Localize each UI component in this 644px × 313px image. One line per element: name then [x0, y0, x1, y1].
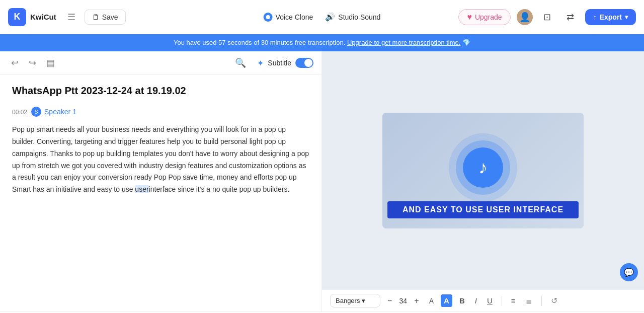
app-name: KwiCut: [30, 13, 56, 21]
font-select[interactable]: Bangers ▾: [330, 294, 380, 307]
upgrade-link[interactable]: Upgrade to get more transcription time.: [347, 39, 460, 46]
bold-button[interactable]: B: [456, 294, 468, 307]
studio-sound-button[interactable]: 🔊 Studio Sound: [325, 12, 380, 22]
export-chevron-icon: ▾: [625, 14, 628, 21]
studio-sound-icon: 🔊: [325, 12, 335, 22]
transcript-area: WhatsApp Ptt 2023-12-24 at 19.19.02 00:0…: [0, 75, 321, 311]
speaker-avatar-icon: S: [31, 107, 41, 117]
speaker-block: 00:02 S Speaker 1 Pop up smart needs all…: [12, 107, 309, 196]
save-button[interactable]: 🗒 Save: [85, 10, 126, 25]
export-icon: ↑: [593, 13, 597, 21]
layout-button[interactable]: ▤: [43, 55, 58, 70]
logo: K KwiCut: [8, 8, 56, 26]
underline-button[interactable]: U: [484, 294, 496, 307]
captions-button[interactable]: ⊡: [539, 9, 556, 26]
voice-clone-button[interactable]: Voice Clone: [264, 13, 313, 22]
toggle-thumb: [304, 59, 312, 67]
document-title: WhatsApp Ptt 2023-12-24 at 19.19.02: [12, 85, 309, 97]
left-toolbar: ↩ ↪ ▤ 🔍 ✦ Subtitle: [0, 51, 321, 75]
preview-canvas: ♪ AND EASY TO USE USER INTERFACE: [382, 113, 584, 228]
subtitle-toggle: Subtitle: [268, 58, 313, 68]
italic-button[interactable]: I: [472, 294, 480, 307]
music-icon: ♪: [463, 147, 503, 188]
magic-icon: ✦: [257, 58, 264, 68]
right-panel: ♪ AND EASY TO USE USER INTERFACE 💬 Bange…: [322, 51, 644, 311]
speaker-time: 00:02: [12, 109, 27, 116]
bold-color-button[interactable]: A: [441, 294, 452, 307]
info-banner: You have used 57 seconds of 30 minutes f…: [0, 34, 644, 51]
speaker-name: S Speaker 1: [31, 107, 76, 117]
font-size-button[interactable]: A: [426, 295, 437, 307]
chat-bubble-button[interactable]: 💬: [620, 263, 638, 281]
subtitle-toggle-switch[interactable]: [295, 58, 313, 68]
main-layout: ↩ ↪ ▤ 🔍 ✦ Subtitle WhatsApp Ptt 2023-12-…: [0, 51, 644, 311]
app-header: K KwiCut ☰ 🗒 Save Voice Clone 🔊 Studio S…: [0, 0, 644, 34]
header-right: ♥ Upgrade 👤 ⊡ ⇄ ↑ Export ▾: [458, 9, 636, 26]
reset-button[interactable]: ↺: [548, 294, 560, 307]
font-size-decrease[interactable]: −: [384, 295, 395, 306]
header-left: K KwiCut ☰ 🗒 Save: [8, 8, 126, 26]
align-list-button[interactable]: ≣: [523, 294, 535, 307]
left-panel: ↩ ↪ ▤ 🔍 ✦ Subtitle WhatsApp Ptt 2023-12-…: [0, 51, 322, 311]
search-button[interactable]: 🔍: [232, 55, 249, 70]
header-center: Voice Clone 🔊 Studio Sound: [264, 12, 381, 22]
user-avatar[interactable]: 👤: [517, 9, 533, 25]
heart-icon: ♥: [467, 13, 472, 22]
redo-button[interactable]: ↪: [26, 55, 39, 70]
logo-icon: K: [8, 8, 26, 26]
align-left-button[interactable]: ≡: [508, 294, 519, 307]
voice-clone-icon: [264, 13, 273, 22]
undo-button[interactable]: ↩: [8, 55, 22, 70]
menu-button[interactable]: ☰: [64, 10, 78, 25]
separator: [502, 296, 502, 306]
transcript-text[interactable]: Pop up smart needs all your business nee…: [12, 124, 309, 196]
font-size-increase[interactable]: +: [411, 295, 422, 306]
separator2: [541, 296, 542, 306]
upgrade-button[interactable]: ♥ Upgrade: [458, 9, 510, 25]
preview-area: ♪ AND EASY TO USE USER INTERFACE 💬: [322, 51, 644, 289]
font-size-value: 34: [397, 297, 409, 305]
highlighted-word: user: [135, 185, 148, 193]
font-size-control: − 34 +: [384, 295, 422, 306]
share-button[interactable]: ⇄: [562, 9, 579, 26]
save-icon: 🗒: [92, 13, 99, 21]
subtitle-toolbar: Bangers ▾ − 34 + A A B I U ≡ ≣ ↺: [322, 289, 644, 311]
export-button[interactable]: ↑ Export ▾: [585, 9, 636, 25]
